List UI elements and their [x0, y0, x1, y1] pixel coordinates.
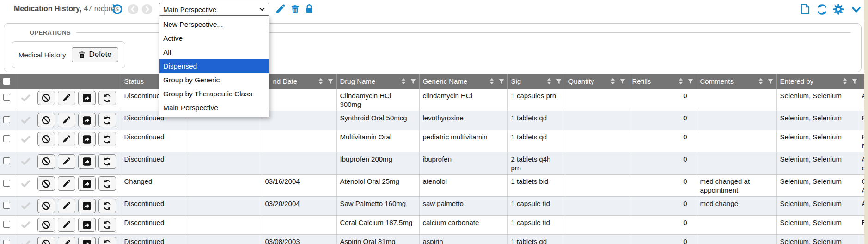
operations-legend: OPERATIONS — [30, 29, 851, 36]
row-checkbox[interactable] — [3, 202, 10, 209]
sort-icon[interactable] — [678, 78, 684, 85]
pencil-button[interactable] — [58, 176, 75, 191]
cell-start-date — [185, 130, 262, 152]
refresh-icon[interactable] — [816, 3, 828, 16]
sort-icon[interactable] — [842, 78, 848, 85]
row-checkbox[interactable] — [3, 221, 10, 228]
row-checkbox[interactable] — [3, 240, 10, 244]
refresh-button[interactable] — [98, 113, 116, 127]
cell-comments — [697, 89, 776, 111]
pencil-button[interactable] — [58, 218, 75, 232]
filter-funnel-icon[interactable] — [851, 78, 858, 85]
forward-button[interactable] — [78, 237, 96, 244]
nav-back-icon[interactable] — [128, 4, 139, 15]
cell-generic-name: pediatric multivitamin — [419, 130, 507, 152]
undo-icon[interactable] — [111, 3, 123, 15]
delete-perspective-trash-icon[interactable] — [290, 4, 300, 14]
column-header-quantity[interactable]: Quantity — [565, 74, 629, 89]
sort-icon[interactable] — [401, 78, 406, 85]
filter-funnel-icon[interactable] — [498, 78, 505, 85]
forward-button[interactable] — [78, 91, 96, 105]
row-checkbox[interactable] — [3, 94, 10, 101]
ban-icon — [41, 93, 51, 103]
filter-funnel-icon[interactable] — [556, 78, 562, 85]
cell-end-date: 03/16/2004 — [262, 175, 336, 197]
table-row: Discontinued03/08/2003Aspirin Oral 81mga… — [0, 235, 865, 244]
dropdown-item[interactable]: Main Perspective — [159, 101, 269, 115]
collapse-chevron-icon[interactable] — [850, 4, 862, 15]
cell-status: Discontinued — [121, 235, 185, 244]
refresh-button[interactable] — [98, 91, 116, 105]
nav-forward-icon[interactable] — [141, 4, 153, 15]
sort-icon[interactable] — [546, 78, 552, 85]
filter-funnel-icon[interactable] — [687, 78, 694, 85]
column-header-end-date[interactable]: nd Date — [262, 74, 336, 89]
cell-sig: 1 capsule tid — [507, 197, 565, 216]
edit-pencil-icon — [62, 135, 71, 144]
select-all-checkbox[interactable] — [3, 78, 10, 85]
sort-icon[interactable] — [318, 78, 324, 85]
row-checkbox[interactable] — [3, 116, 10, 123]
lock-perspective-icon[interactable] — [304, 4, 314, 14]
new-document-icon[interactable] — [799, 3, 811, 15]
pencil-button[interactable] — [58, 199, 75, 213]
dropdown-item[interactable]: All — [159, 45, 269, 59]
dropdown-item[interactable]: Group by Therapeutic Class — [159, 87, 269, 101]
ban-button[interactable] — [37, 132, 55, 146]
dropdown-item[interactable]: Dispensed — [159, 59, 269, 73]
row-checkbox[interactable] — [3, 180, 10, 187]
refresh-button[interactable] — [98, 237, 116, 244]
refresh-button[interactable] — [98, 199, 116, 213]
forward-button[interactable] — [78, 154, 96, 169]
row-checkbox[interactable] — [3, 157, 10, 164]
column-header-generic-name[interactable]: Generic Name — [419, 74, 507, 89]
dropdown-item[interactable]: New Perspective... — [159, 18, 269, 31]
sort-icon[interactable] — [610, 78, 616, 85]
forward-button[interactable] — [78, 199, 96, 213]
settings-gear-icon[interactable] — [832, 3, 844, 15]
forward-button[interactable] — [78, 113, 96, 127]
column-header-entered-by[interactable]: Entered by — [776, 74, 861, 89]
pencil-button[interactable] — [58, 132, 75, 146]
perspective-select[interactable]: Main Perspective — [159, 3, 269, 16]
cell-generic-name: saw palmetto — [419, 197, 507, 216]
operations-panel: OPERATIONS Medical History Delete — [4, 23, 862, 72]
ban-button[interactable] — [37, 91, 55, 105]
filter-funnel-icon[interactable] — [327, 78, 334, 85]
pencil-button[interactable] — [58, 91, 75, 105]
refresh-button[interactable] — [98, 176, 116, 191]
row-checkbox[interactable] — [3, 135, 10, 142]
ban-button[interactable] — [37, 176, 55, 191]
edit-perspective-pencil-icon[interactable] — [275, 4, 286, 15]
ban-icon — [41, 156, 51, 166]
filter-funnel-icon[interactable] — [410, 78, 416, 85]
medication-table-container: Statusnd DateDrug NameGeneric NameSigQua… — [0, 74, 865, 244]
forward-button[interactable] — [78, 176, 96, 191]
ban-button[interactable] — [37, 237, 55, 244]
table-row: Discontinued03/20/2004Saw Palmetto 160mg… — [0, 197, 865, 216]
pencil-button[interactable] — [58, 113, 75, 127]
refresh-button[interactable] — [98, 154, 116, 169]
refresh-button[interactable] — [98, 218, 116, 232]
refresh-button[interactable] — [98, 132, 116, 146]
pencil-button[interactable] — [58, 154, 75, 169]
ban-button[interactable] — [37, 218, 55, 232]
cell-end-date: 03/08/2003 — [262, 235, 336, 244]
column-header-comments[interactable]: Comments — [697, 74, 776, 89]
dropdown-item[interactable]: Active — [159, 31, 269, 45]
column-header-refills[interactable]: Refills — [629, 74, 697, 89]
filter-funnel-icon[interactable] — [619, 78, 626, 85]
forward-button[interactable] — [78, 218, 96, 232]
sort-icon[interactable] — [758, 78, 764, 85]
filter-funnel-icon[interactable] — [767, 78, 774, 85]
forward-button[interactable] — [78, 132, 96, 146]
dropdown-item[interactable]: Group by Generic — [159, 73, 269, 87]
column-header-drug-name[interactable]: Drug Name — [336, 74, 419, 89]
ban-button[interactable] — [37, 199, 55, 213]
sort-icon[interactable] — [489, 78, 495, 85]
ban-button[interactable] — [37, 154, 55, 169]
pencil-button[interactable] — [58, 237, 75, 244]
delete-button[interactable]: Delete — [72, 47, 118, 62]
ban-button[interactable] — [37, 113, 55, 127]
column-header-sig[interactable]: Sig — [507, 74, 565, 89]
